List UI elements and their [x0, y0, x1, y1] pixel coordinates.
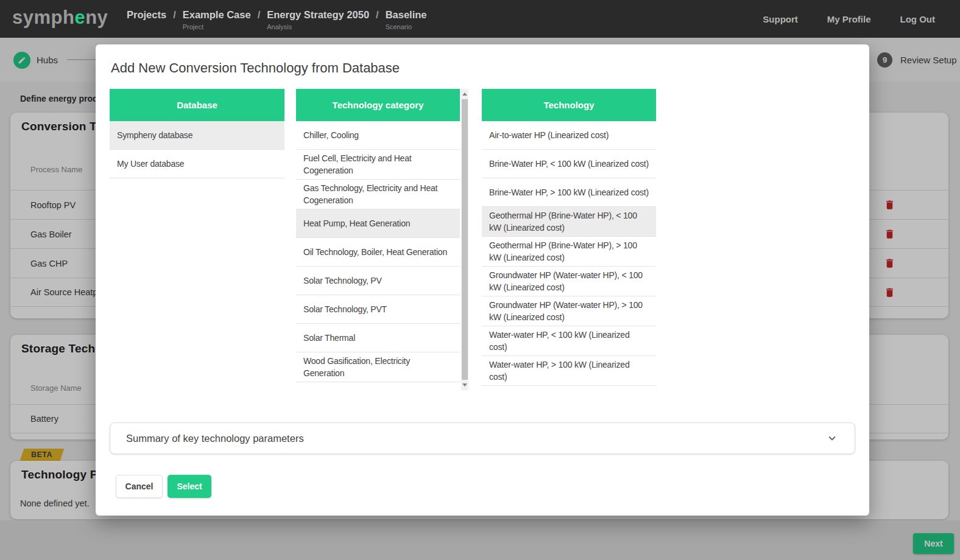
database-column: Database Sympheny database My User datab…	[110, 89, 284, 178]
breadcrumb-sublabel: Scenario	[386, 23, 427, 30]
breadcrumb-separator: /	[173, 8, 176, 21]
database-option[interactable]: Sympheny database	[110, 121, 284, 150]
modal-title: Add New Conversion Technology from Datab…	[111, 60, 400, 76]
category-option[interactable]: Oil Technology, Boiler, Heat Generation	[296, 238, 460, 267]
database-option[interactable]: My User database	[110, 150, 284, 178]
scrollbar-thumb[interactable]	[462, 99, 468, 380]
category-scrollbar[interactable]	[461, 89, 468, 390]
technology-option[interactable]: Groundwater HP (Water-water HP), > 100 k…	[482, 296, 656, 326]
category-option[interactable]: Wood Gasification, Electricity Generatio…	[296, 352, 460, 382]
cancel-button[interactable]: Cancel	[116, 475, 163, 498]
technology-option[interactable]: Air-to-water HP (Linearized cost)	[482, 121, 656, 150]
technology-category-column-header: Technology category	[296, 89, 460, 121]
category-option[interactable]: Solar Technology, PVT	[296, 295, 460, 324]
modal-actions: Cancel Select	[116, 475, 211, 498]
technology-option[interactable]: Brine-Water HP, > 100 kW (Linearized cos…	[482, 178, 656, 207]
support-link[interactable]: Support	[763, 14, 798, 24]
header-links: Support My Profile Log Out	[763, 0, 935, 38]
breadcrumb-item-analysis[interactable]: Energy Strategy 2050 Analysis	[267, 8, 369, 30]
select-button[interactable]: Select	[168, 475, 211, 498]
technology-category-list: Chiller, Cooling Fuel Cell, Electricity …	[296, 121, 460, 390]
triangle-down-icon	[462, 383, 467, 387]
breadcrumb-item-scenario[interactable]: Baseline Scenario	[386, 8, 427, 30]
add-technology-modal: Add New Conversion Technology from Datab…	[96, 44, 869, 516]
breadcrumb-separator: /	[376, 8, 379, 21]
my-profile-link[interactable]: My Profile	[827, 14, 871, 24]
technology-option[interactable]: Groundwater HP (Water-water HP), < 100 k…	[482, 267, 656, 296]
breadcrumb-label: Energy Strategy 2050	[267, 8, 369, 21]
technology-column-header: Technology	[482, 89, 656, 121]
app-logo[interactable]: sympheny	[12, 7, 108, 29]
category-option[interactable]: Solar Thermal	[296, 324, 460, 352]
technology-list: Air-to-water HP (Linearized cost) Brine-…	[482, 121, 656, 386]
technology-column: Technology Air-to-water HP (Linearized c…	[482, 89, 656, 386]
breadcrumb-item-project[interactable]: Example Case Project	[183, 8, 251, 30]
technology-option[interactable]: Water-water HP, > 100 kW (Linearized cos…	[482, 356, 656, 386]
breadcrumb-label: Baseline	[386, 8, 427, 21]
category-option[interactable]: Wood Technology, Boiler, Heat	[296, 382, 460, 390]
category-option[interactable]: Heat Pump, Heat Generation	[296, 209, 460, 238]
technology-option[interactable]: Brine-Water HP, < 100 kW (Linearized cos…	[482, 150, 656, 178]
database-list: Sympheny database My User database	[110, 121, 284, 178]
breadcrumb: Projects / Example Case Project / Energy…	[127, 8, 427, 30]
logo-part1: symph	[12, 7, 74, 28]
logo-part2: ny	[85, 7, 108, 28]
breadcrumb-label: Projects	[127, 8, 166, 21]
breadcrumb-sublabel: Analysis	[267, 23, 369, 30]
triangle-up-icon	[462, 93, 467, 96]
technology-category-column: Technology category Chiller, Cooling Fue…	[296, 89, 460, 390]
category-option[interactable]: Chiller, Cooling	[296, 121, 460, 150]
breadcrumb-item-projects[interactable]: Projects	[127, 8, 166, 30]
category-option[interactable]: Gas Technology, Electricity and Heat Cog…	[296, 180, 460, 209]
breadcrumb-separator: /	[258, 8, 261, 21]
scroll-up-button[interactable]	[461, 89, 468, 99]
chevron-down-icon	[825, 432, 839, 445]
log-out-link[interactable]: Log Out	[900, 14, 935, 24]
scroll-down-button[interactable]	[461, 380, 468, 390]
technology-option[interactable]: Water-water HP, < 100 kW (Linearized cos…	[482, 326, 656, 356]
database-column-header: Database	[110, 89, 284, 121]
summary-label: Summary of key technology parameters	[126, 433, 304, 444]
logo-accent: e	[74, 7, 85, 28]
category-option[interactable]: Fuel Cell, Electricity and Heat Cogenera…	[296, 150, 460, 180]
breadcrumb-sublabel	[127, 23, 166, 30]
summary-accordion[interactable]: Summary of key technology parameters	[110, 422, 855, 454]
category-option[interactable]: Solar Technology, PV	[296, 267, 460, 295]
breadcrumb-sublabel: Project	[183, 23, 251, 30]
technology-option[interactable]: Geothermal HP (Brine-Water HP), > 100 kW…	[482, 237, 656, 267]
app-header: sympheny Projects / Example Case Project…	[0, 0, 960, 38]
breadcrumb-label: Example Case	[183, 8, 251, 21]
technology-option[interactable]: Geothermal HP (Brine-Water HP), < 100 kW…	[482, 207, 656, 237]
